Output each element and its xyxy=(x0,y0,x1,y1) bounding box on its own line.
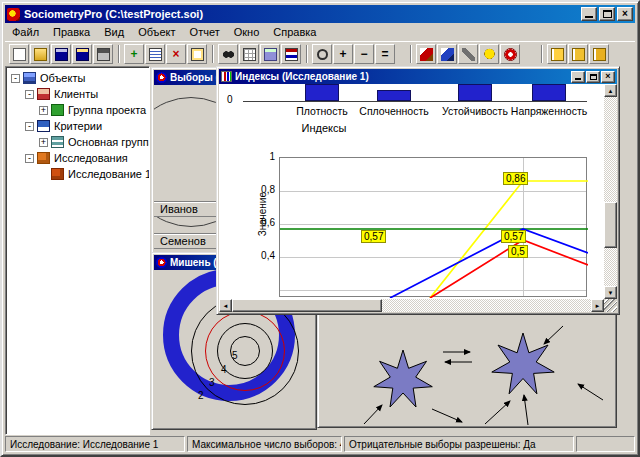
new-button[interactable] xyxy=(9,44,29,64)
tree-item-criteria-group[interactable]: + Основная группа кр xyxy=(6,134,149,150)
lamp-icon xyxy=(483,48,496,61)
report-table-button[interactable] xyxy=(281,44,301,64)
tree-expander-icon[interactable]: + xyxy=(39,106,48,115)
report-book-3-button[interactable] xyxy=(589,44,609,64)
save-all-icon xyxy=(76,48,89,61)
client-name: Семенов xyxy=(160,235,206,247)
menu-help[interactable]: Справка xyxy=(266,24,323,40)
resize-grip[interactable] xyxy=(604,299,617,312)
indices-window[interactable]: Индексы (Исследование 1) × 0 Плотность С… xyxy=(216,66,620,315)
save-button[interactable] xyxy=(51,44,71,64)
clients-icon xyxy=(37,88,50,100)
tree-expander-icon[interactable]: - xyxy=(25,122,34,131)
calculator-button[interactable] xyxy=(260,44,280,64)
zoom-fit-button[interactable]: = xyxy=(375,44,395,64)
down-arrow-icon: ▼ xyxy=(608,290,614,296)
pen-icon xyxy=(441,48,454,61)
toolbar-separator xyxy=(410,45,412,63)
tree-expander-icon[interactable]: + xyxy=(39,138,48,147)
pan-button[interactable]: + xyxy=(333,44,353,64)
tree-expander-icon[interactable]: - xyxy=(11,74,20,83)
window-titlebar[interactable]: SociometryPro (C:\testProject.soi) × xyxy=(5,5,635,23)
find-button[interactable] xyxy=(218,44,238,64)
indices-window-titlebar[interactable]: Индексы (Исследование 1) × xyxy=(219,69,617,84)
scroll-down-button[interactable]: ▼ xyxy=(604,286,617,299)
pencil-icon xyxy=(420,48,433,61)
lamp-tool-button[interactable] xyxy=(479,44,499,64)
tree-item-criteria[interactable]: - Критерии xyxy=(6,118,149,134)
tree-item-label: Исследование 1 xyxy=(68,168,150,180)
tree-item-label: Основная группа кр xyxy=(68,136,150,148)
maximize-button[interactable] xyxy=(599,7,615,21)
right-arrow-icon: ► xyxy=(595,303,601,309)
add-object-button[interactable]: + xyxy=(124,44,144,64)
client-name: Иванов xyxy=(160,203,198,215)
tree-item-objects[interactable]: - Объекты xyxy=(6,70,149,86)
calculator-icon xyxy=(264,48,277,61)
line-plot xyxy=(279,157,587,297)
menu-file[interactable]: Файл xyxy=(5,24,46,40)
app-icon xyxy=(7,8,20,21)
y-axis-tick: 0,8 xyxy=(253,184,275,195)
report-book-icon xyxy=(593,48,606,61)
tree-item-researches[interactable]: - Исследования xyxy=(6,150,149,166)
scroll-up-button[interactable]: ▲ xyxy=(604,84,617,97)
vertical-scrollbar[interactable]: ▲ ▼ xyxy=(604,84,617,299)
menu-report[interactable]: Отчет xyxy=(183,24,227,40)
tree-item-project-group[interactable]: + Группа проекта 'Alph xyxy=(6,102,149,118)
indices-close-button[interactable]: × xyxy=(601,71,615,83)
menu-object[interactable]: Объект xyxy=(131,24,182,40)
grid-view-button[interactable] xyxy=(239,44,259,64)
delete-icon: × xyxy=(170,48,183,61)
research-icon xyxy=(51,168,64,180)
indices-maximize-button[interactable] xyxy=(586,71,600,83)
open-button[interactable] xyxy=(30,44,50,64)
line-chart-ylabel: Значение xyxy=(257,192,268,236)
delete-object-button[interactable]: × xyxy=(166,44,186,64)
object-tree: - Объекты - Клиенты + Группа проекта 'Al… xyxy=(5,66,150,435)
horizontal-scrollbar[interactable]: ◄ ► xyxy=(219,299,604,312)
left-arrow-icon: ◄ xyxy=(223,303,229,309)
save-all-button[interactable] xyxy=(72,44,92,64)
properties-button[interactable] xyxy=(187,44,207,64)
pen-tool-button[interactable] xyxy=(437,44,457,64)
edit-object-button[interactable] xyxy=(145,44,165,64)
tree-expander-icon[interactable]: - xyxy=(25,90,34,99)
tree-item-clients[interactable]: - Клиенты xyxy=(6,86,149,102)
printer-icon xyxy=(97,48,110,61)
target-tool-button[interactable] xyxy=(500,44,520,64)
sociogram-node-star[interactable] xyxy=(374,350,433,407)
menu-edit[interactable]: Правка xyxy=(46,24,97,40)
zoom-out-button[interactable]: − xyxy=(354,44,374,64)
table-icon xyxy=(285,48,298,61)
minimize-icon xyxy=(575,78,581,80)
wrench-icon xyxy=(462,48,475,61)
point-value-label: 0,57 xyxy=(361,230,386,243)
vertical-scroll-thumb[interactable] xyxy=(604,202,617,248)
pencil-tool-button[interactable] xyxy=(416,44,436,64)
add-icon: + xyxy=(128,48,141,61)
zoom-button[interactable] xyxy=(312,44,332,64)
tree-expander-icon[interactable]: - xyxy=(25,154,34,163)
scroll-right-button[interactable]: ► xyxy=(591,299,604,312)
report-book-1-button[interactable] xyxy=(547,44,567,64)
bar-axis-baseline xyxy=(243,101,587,102)
menu-view[interactable]: Вид xyxy=(97,24,131,40)
indices-minimize-button[interactable] xyxy=(571,71,585,83)
report-book-2-button[interactable] xyxy=(568,44,588,64)
wrench-tool-button[interactable] xyxy=(458,44,478,64)
scroll-left-button[interactable]: ◄ xyxy=(219,299,232,312)
target-ring-number: 4 xyxy=(221,364,227,375)
equals-icon: = xyxy=(379,48,392,61)
tree-item-label: Группа проекта 'Alph xyxy=(68,104,150,116)
close-button[interactable]: × xyxy=(617,7,633,21)
tree-item-research-1[interactable]: Исследование 1 xyxy=(6,166,149,182)
bar-axis-tick: 0 xyxy=(227,94,233,105)
horizontal-scroll-thumb[interactable] xyxy=(232,299,382,312)
status-research: Исследование: Исследование 1 xyxy=(5,436,185,452)
print-button[interactable] xyxy=(93,44,113,64)
sociogram-node-star[interactable] xyxy=(492,333,554,394)
minimize-button[interactable] xyxy=(581,7,597,21)
point-value-label: 0,57 xyxy=(501,230,526,243)
menu-window[interactable]: Окно xyxy=(227,24,267,40)
